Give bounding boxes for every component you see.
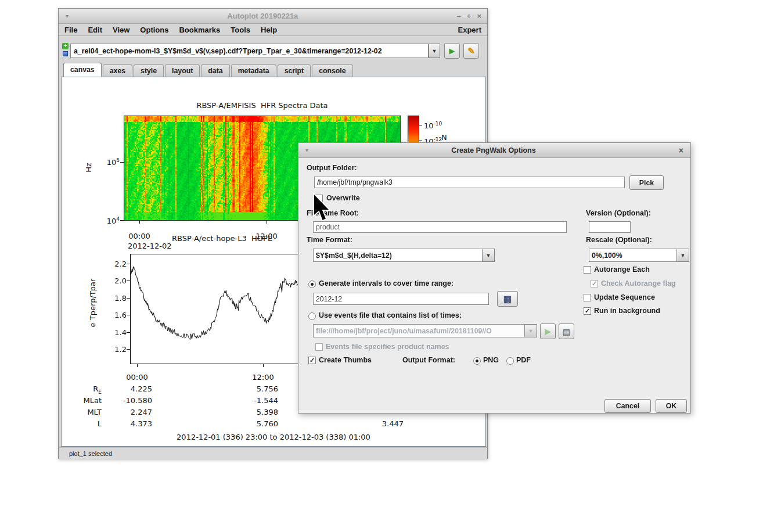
lineplot-ytick: 1.2 bbox=[103, 345, 127, 354]
png-radio[interactable] bbox=[473, 357, 481, 365]
autorange-each-checkbox[interactable] bbox=[584, 266, 591, 274]
time-range-input[interactable] bbox=[313, 293, 489, 305]
tab-console[interactable]: console bbox=[312, 64, 352, 77]
output-folder-label: Output Folder: bbox=[307, 164, 357, 172]
generate-intervals-label[interactable]: Generate intervals to cover time range: bbox=[319, 279, 454, 287]
tab-data[interactable]: data bbox=[201, 64, 229, 77]
autorange-each-label[interactable]: Autorange Each bbox=[594, 265, 650, 274]
rescale-label: Rescale (Optional): bbox=[586, 236, 652, 244]
statusbar: plot_1 selected bbox=[59, 447, 487, 459]
table-row-label: RE bbox=[73, 384, 102, 395]
spectrogram-xtick-1: 00:00 bbox=[122, 232, 157, 240]
rescale-chevron-down-icon[interactable]: ▼ bbox=[677, 249, 689, 262]
spectrogram-ytick-2: 104 bbox=[95, 216, 120, 225]
pick-button[interactable]: Pick bbox=[629, 175, 664, 190]
menubar: File Edit View Options Bookmarks Tools H… bbox=[59, 24, 487, 36]
table-cell: 5.756 bbox=[243, 384, 278, 393]
menu-bookmarks[interactable]: Bookmarks bbox=[179, 26, 220, 34]
events-file-input[interactable] bbox=[313, 324, 525, 337]
version-input[interactable] bbox=[589, 221, 631, 233]
pencil-icon: ✎ bbox=[467, 46, 475, 56]
uri-dropdown-button[interactable]: ▼ bbox=[429, 44, 440, 58]
output-folder-input[interactable] bbox=[314, 177, 625, 188]
menu-options[interactable]: Options bbox=[140, 26, 168, 34]
menu-help[interactable]: Help bbox=[261, 26, 277, 34]
table-cell: 4.225 bbox=[117, 384, 152, 393]
colorbar-tick-1: 10-10 bbox=[424, 121, 442, 130]
lineplot-ytick: 1.4 bbox=[103, 328, 127, 337]
uri-toolbar: + ▼ ▶ ✎ bbox=[59, 36, 487, 63]
folder-icon: ▤ bbox=[563, 327, 570, 336]
calendar-button[interactable]: ▦ bbox=[497, 291, 518, 307]
status-text: plot_1 selected bbox=[69, 450, 112, 457]
use-events-file-radio[interactable] bbox=[308, 312, 316, 320]
table-row-label: L bbox=[73, 419, 102, 430]
tab-script[interactable]: script bbox=[278, 64, 311, 77]
minimize-button[interactable]: – bbox=[457, 12, 461, 20]
rescale-combo[interactable]: ▼ bbox=[589, 249, 689, 262]
expert-toggle[interactable]: Expert bbox=[458, 26, 481, 34]
colorbar-unit-label: N bbox=[441, 133, 447, 142]
pdf-label[interactable]: PDF bbox=[516, 356, 531, 364]
overwrite-checkbox[interactable] bbox=[315, 195, 323, 202]
update-sequence-label[interactable]: Update Sequence bbox=[594, 293, 655, 301]
events-folder-button[interactable]: ▤ bbox=[559, 323, 574, 339]
events-file-combo[interactable]: ▼ bbox=[313, 324, 537, 337]
filename-root-input[interactable] bbox=[313, 221, 567, 233]
table-cell: 4.373 bbox=[117, 419, 152, 428]
table-row-label: MLT bbox=[73, 408, 102, 418]
desktop: ▾ Autoplot 20190221a – + × File Edit Vie… bbox=[0, 0, 781, 532]
edit-uri-button[interactable]: ✎ bbox=[463, 43, 479, 59]
time-format-chevron-down-icon[interactable]: ▼ bbox=[483, 249, 495, 262]
menu-view[interactable]: View bbox=[113, 26, 129, 34]
time-format-combo[interactable]: ▼ bbox=[313, 249, 495, 262]
tab-axes[interactable]: axes bbox=[103, 64, 132, 77]
events-file-chevron-down-icon[interactable]: ▼ bbox=[525, 324, 537, 337]
run-in-background-label[interactable]: Run in background bbox=[594, 307, 660, 315]
close-button[interactable]: × bbox=[477, 12, 481, 20]
events-product-names-checkbox[interactable] bbox=[315, 343, 323, 351]
generate-intervals-radio[interactable] bbox=[308, 281, 316, 288]
update-sequence-checkbox[interactable] bbox=[584, 294, 591, 301]
pngwalk-options-dialog: ▾ Create PngWalk Options × Output Folder… bbox=[298, 142, 691, 414]
blue-box-icon[interactable] bbox=[63, 51, 68, 56]
tab-canvas[interactable]: canvas bbox=[63, 63, 102, 77]
table-cell: 3.447 bbox=[369, 419, 404, 428]
maximize-button[interactable]: + bbox=[467, 12, 472, 20]
run-in-background-checkbox[interactable] bbox=[584, 307, 591, 315]
window-titlebar[interactable]: ▾ Autoplot 20190221a – + × bbox=[59, 9, 487, 24]
pdf-radio[interactable] bbox=[506, 357, 514, 365]
lineplot-ytick: 2.0 bbox=[103, 276, 127, 285]
use-events-file-label[interactable]: Use events file that contains list of ti… bbox=[319, 311, 462, 319]
table-cell: 5.398 bbox=[243, 408, 278, 416]
version-label: Version (Optional): bbox=[586, 209, 651, 217]
dialog-close-button[interactable]: × bbox=[679, 146, 683, 155]
green-plus-icon[interactable]: + bbox=[62, 43, 69, 49]
dialog-titlebar[interactable]: ▾ Create PngWalk Options × bbox=[298, 143, 690, 158]
uri-input[interactable] bbox=[70, 44, 429, 58]
create-thumbs-label[interactable]: Create Thumbs bbox=[319, 356, 372, 364]
png-label[interactable]: PNG bbox=[483, 356, 499, 364]
cancel-button[interactable]: Cancel bbox=[604, 399, 651, 413]
table-cell: 5.760 bbox=[243, 419, 278, 428]
time-format-input[interactable] bbox=[313, 249, 483, 262]
menu-edit[interactable]: Edit bbox=[88, 26, 102, 34]
check-autorange-flag-checkbox[interactable] bbox=[591, 280, 598, 287]
time-range-footer: 2012-12-01 (336) 23:00 to 2012-12-03 (33… bbox=[70, 433, 477, 441]
output-format-label: Output Format: bbox=[402, 356, 455, 364]
tab-metadata[interactable]: metadata bbox=[231, 64, 276, 77]
overwrite-label[interactable]: Overwrite bbox=[326, 194, 360, 202]
table-row-label: MLat bbox=[73, 396, 102, 407]
go-button[interactable]: ▶ bbox=[444, 43, 460, 59]
rescale-input[interactable] bbox=[589, 249, 677, 262]
tab-layout[interactable]: layout bbox=[165, 64, 200, 77]
events-play-icon: ▶ bbox=[545, 327, 551, 336]
menu-tools[interactable]: Tools bbox=[231, 26, 250, 34]
events-play-button[interactable]: ▶ bbox=[540, 323, 556, 339]
play-icon: ▶ bbox=[449, 46, 455, 55]
menu-file[interactable]: File bbox=[64, 26, 77, 34]
create-thumbs-checkbox[interactable] bbox=[308, 357, 316, 364]
tab-style[interactable]: style bbox=[134, 64, 164, 77]
ok-button[interactable]: OK bbox=[656, 399, 687, 413]
lineplot-xtick-1: 00:00 bbox=[120, 373, 154, 382]
